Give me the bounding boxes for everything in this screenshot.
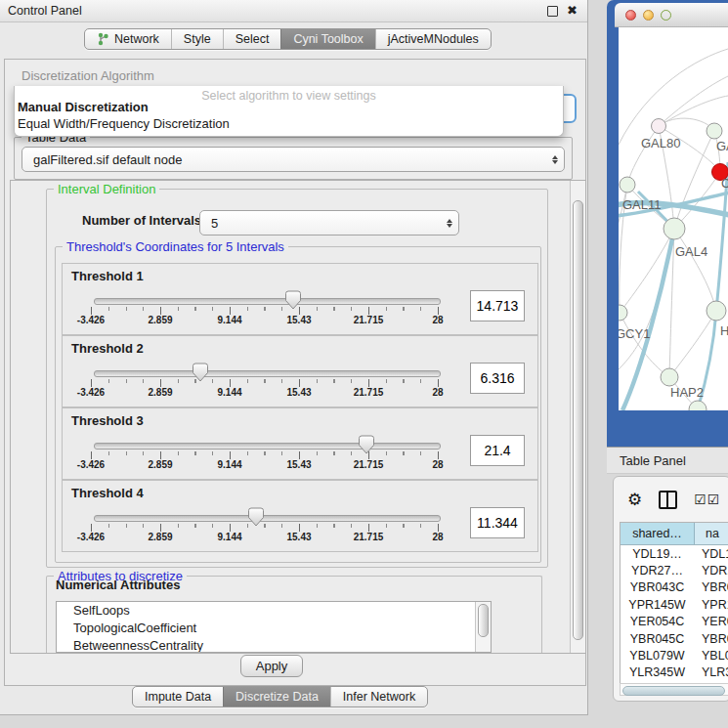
threshold-2-tick-marks	[91, 379, 440, 387]
node-bottom[interactable]	[689, 401, 707, 410]
settings-scroll-area: Interval Definition Number of Intervals …	[10, 180, 586, 654]
node-label-partial: GA	[716, 139, 728, 153]
tab-style[interactable]: Style	[171, 29, 223, 49]
node-label: HAP2	[670, 385, 704, 400]
list-item[interactable]: SelfLoops	[57, 602, 491, 620]
table-row[interactable]: YDL19…YDL1	[621, 545, 728, 562]
threshold-1-panel: Threshold 1 -3.426 2.859 9.144 15.43 21.…	[62, 263, 538, 335]
table-row[interactable]: YBR045CYBR0	[621, 630, 728, 647]
tab-discretize-data[interactable]: Discretize Data	[223, 687, 330, 707]
float-window-icon[interactable]	[547, 6, 558, 17]
node-gal11[interactable]	[620, 177, 635, 193]
settings-vertical-scrollbar[interactable]	[570, 181, 585, 653]
node-label: GAL4	[675, 244, 707, 259]
node-label-partial: H	[720, 323, 728, 338]
thresholds-group: Threshold's Coordinates for 5 Intervals …	[55, 246, 541, 563]
control-panel-titlebar: Control Panel ✖	[0, 0, 587, 22]
interval-definition-title: Interval Definition	[54, 182, 159, 196]
network-canvas[interactable]: GAL80 GA C GAL11 GAL4 GCY1 H HAP2	[619, 27, 728, 410]
node-gal4[interactable]	[664, 218, 685, 239]
table-row[interactable]: YLR345WYLR3	[621, 664, 728, 681]
threshold-1-value-field[interactable]	[470, 290, 525, 321]
numerical-attributes-list: SelfLoops TopologicalCoefficient Between…	[56, 601, 492, 653]
threshold-3-label: Threshold 3	[71, 413, 144, 428]
discretization-algorithm-group-title: Discretization Algorithm	[21, 68, 154, 83]
table-row[interactable]: YER054CYER0	[621, 614, 728, 630]
node-label: GCY1	[619, 326, 650, 341]
num-intervals-value: 5	[200, 216, 441, 231]
table-data-combobox-value: galFiltered.sif default node	[22, 152, 546, 167]
attributes-list-scrollbar[interactable]	[475, 602, 491, 652]
algorithm-dropdown-popup: Select algorithm to view settings Manual…	[14, 86, 564, 137]
threshold-3-tick-labels: -3.426 2.859 9.144 15.43 21.715 28	[63, 459, 537, 472]
network-view-window: GAL80 GA C GAL11 GAL4 GCY1 H HAP2	[607, 0, 728, 447]
bottom-tab-bar: Impute Data Discretize Data Infer Networ…	[132, 686, 428, 707]
tab-cyni-toolbox[interactable]: Cyni Toolbox	[280, 29, 374, 49]
threshold-2-value-field[interactable]	[470, 363, 525, 394]
table-row[interactable]: YDR27…YDR2	[621, 562, 728, 578]
node-label: GAL11	[622, 197, 662, 212]
panel-title: Control Panel	[0, 4, 82, 18]
tab-select[interactable]: Select	[223, 29, 281, 49]
combo-spinner-icon	[546, 155, 564, 164]
threshold-3-tick-marks	[91, 451, 440, 459]
node-label: GAL80	[641, 136, 680, 150]
tab-network[interactable]: Network	[85, 29, 171, 49]
table-row[interactable]: YBL079WYBL0	[621, 647, 728, 664]
node-gcy1[interactable]	[619, 305, 627, 321]
threshold-4-label: Threshold 4	[71, 486, 144, 500]
table-data-combobox[interactable]: galFiltered.sif default node	[21, 147, 565, 172]
zoom-traffic-light-icon[interactable]	[661, 10, 671, 21]
threshold-3-slider-track[interactable]	[94, 443, 441, 450]
checkbox-checked-icon[interactable]: ☑	[707, 492, 720, 507]
node-gal80[interactable]	[652, 119, 666, 134]
thresholds-group-title: Threshold's Coordinates for 5 Intervals	[63, 239, 288, 254]
table-toolbar: ⚙ ☑ ☑	[614, 483, 728, 516]
threshold-2-slider-track[interactable]	[94, 370, 441, 377]
close-icon[interactable]: ✖	[567, 6, 578, 16]
network-graph: GAL80 GA C GAL11 GAL4 GCY1 H HAP2	[619, 27, 728, 410]
threshold-4-value-field[interactable]	[470, 507, 525, 538]
threshold-4-panel: Threshold 4 -3.426 2.859 9.144 21.715 15…	[62, 480, 538, 552]
threshold-2-label: Threshold 2	[71, 341, 144, 356]
network-window-titlebar	[615, 3, 728, 27]
table-header-row: shared… na	[621, 523, 728, 545]
combo-spinner-icon	[441, 219, 458, 228]
tab-infer-network[interactable]: Infer Network	[330, 687, 427, 707]
close-traffic-light-icon[interactable]	[625, 10, 636, 21]
threshold-3-value-field[interactable]	[470, 435, 525, 466]
column-header-shared-name[interactable]: shared…	[621, 523, 695, 544]
columns-icon[interactable]	[659, 491, 677, 509]
table-row[interactable]: YBR043CYBR0	[621, 579, 728, 596]
list-item[interactable]: BetweennessCentrality	[57, 637, 491, 653]
column-header-name[interactable]: na	[695, 523, 728, 544]
table-panel-title: Table Panel	[607, 453, 686, 468]
threshold-4-tick-labels: -3.426 2.859 9.144 21.715 15.43 28	[63, 532, 537, 544]
threshold-2-panel: Threshold 2 -3.426 2.859 9.144 15.43 21.…	[62, 335, 538, 407]
node-label-partial: C	[721, 176, 728, 191]
menu-item-equal-width-frequency[interactable]: Equal Width/Frequency Discretization	[18, 116, 230, 131]
threshold-1-tick-labels: -3.426 2.859 9.144 15.43 21.715 28	[63, 315, 537, 327]
node-top-right[interactable]	[707, 123, 722, 139]
list-item[interactable]: TopologicalCoefficient	[57, 620, 491, 637]
threshold-4-slider-track[interactable]	[94, 515, 441, 522]
numerical-attributes-label: Numerical Attributes	[56, 578, 180, 592]
threshold-4-tick-marks	[91, 524, 440, 532]
table-panel-body: ⚙ ☑ ☑ shared… na YDL19…YDL1 YDR27…YDR2 Y…	[613, 476, 728, 702]
tab-jactivemnodules[interactable]: jActiveMNodules	[375, 29, 491, 49]
apply-button[interactable]: Apply	[240, 655, 303, 677]
checkbox-checked-icon[interactable]: ☑	[694, 492, 707, 507]
num-intervals-combobox[interactable]: 5	[199, 210, 459, 236]
gear-icon[interactable]: ⚙	[627, 490, 642, 510]
threshold-1-slider-track[interactable]	[94, 298, 441, 305]
node-right-mid[interactable]	[707, 301, 726, 321]
node-hap2[interactable]	[661, 368, 678, 386]
menu-item-manual-discretization[interactable]: Manual Discretization	[18, 100, 149, 114]
tab-impute-data[interactable]: Impute Data	[133, 687, 223, 707]
table-row[interactable]: YPR145WYPR1	[621, 596, 728, 613]
minimize-traffic-light-icon[interactable]	[643, 10, 654, 21]
node-attribute-table: shared… na YDL19…YDL1 YDR27…YDR2 YBR043C…	[620, 522, 728, 684]
table-horizontal-scrollbar[interactable]	[620, 683, 728, 696]
top-tab-bar: Network Style Select Cyni Toolbox jActiv…	[84, 28, 492, 50]
app-root: { "window": { "title": "Control Panel" }…	[0, 0, 728, 728]
